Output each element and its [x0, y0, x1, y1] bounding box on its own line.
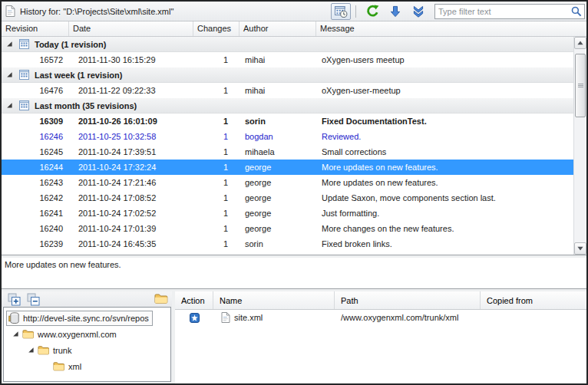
column-header-copied-from[interactable]: Copied from	[481, 291, 586, 309]
expanded-triangle-icon	[12, 331, 19, 337]
history-row[interactable]: 16241 2011-10-24 17:02:52 1 george Just …	[2, 206, 573, 221]
column-header-name[interactable]: Name	[213, 291, 335, 309]
history-row[interactable]: 16246 2011-10-25 10:32:58 1 bogdan Revie…	[2, 129, 573, 144]
date-cell: 2011-10-26 16:01:09	[69, 117, 193, 126]
date-cell: 2011-10-24 17:39:51	[69, 147, 193, 156]
message-cell: Update Saxon, move components section la…	[316, 193, 573, 202]
revision-cell: 16241	[2, 209, 69, 218]
history-row[interactable]: 16476 2011-11-22 09:22:33 1 mihai oXygen…	[2, 83, 573, 98]
author-cell: george	[239, 163, 316, 172]
scroll-up-button[interactable]	[574, 37, 586, 49]
column-header-author[interactable]: Author	[239, 21, 316, 36]
author-cell: george	[239, 193, 316, 202]
collapse-all-icon	[27, 293, 40, 306]
message-cell: More updates on new features.	[316, 163, 573, 172]
message-cell: Fixed DocumentationTest.	[316, 117, 573, 126]
date-cell: 2011-10-24 17:02:52	[69, 209, 193, 218]
scrollbar-thumb[interactable]	[575, 54, 586, 117]
message-cell: Small corrections	[316, 147, 573, 156]
group-label: Today (1 revision)	[35, 40, 106, 49]
group-by-date-toggle-button[interactable]	[331, 3, 351, 20]
date-cell: 2011-11-30 16:15:29	[69, 55, 193, 64]
tree-node-row[interactable]: trunk	[25, 342, 170, 358]
date-cell: 2011-10-24 17:01:39	[69, 224, 193, 233]
tree-node-label: www.oxygenxml.com	[38, 330, 117, 339]
message-cell: oXygen-users meetup	[316, 55, 573, 64]
history-table-header: Revision Date Changes Author Message	[2, 21, 586, 37]
expanded-triangle-icon[interactable]	[6, 71, 13, 78]
date-cell: 2011-10-24 16:45:35	[69, 239, 193, 248]
history-group-row[interactable]: Last month (35 revisions)	[2, 98, 573, 114]
calendar-clock-icon	[334, 5, 348, 18]
double-down-arrow-icon	[412, 5, 424, 18]
date-cell: 2011-10-24 17:08:52	[69, 193, 193, 202]
toolbar: History for: "D:\Projects\Site\xml\site.…	[2, 2, 586, 21]
scroll-down-button[interactable]	[574, 242, 586, 255]
message-cell: Fixed broken links.	[316, 239, 573, 248]
revision-cell: 16309	[2, 117, 69, 126]
author-cell: george	[239, 178, 316, 187]
message-cell: Just formatting.	[316, 209, 573, 218]
history-row[interactable]: 16239 2011-10-24 16:45:35 1 sorin Fixed …	[2, 236, 573, 252]
changes-table-header: Action Name Path Copied from	[175, 291, 586, 310]
revision-cell: 16245	[2, 147, 69, 156]
history-row[interactable]: 16572 2011-11-30 16:15:29 1 mihai oXygen…	[2, 52, 573, 67]
tree-node-row[interactable]: www.oxygenxml.com	[10, 326, 170, 342]
history-window: History for: "D:\Projects\Site\xml\site.…	[0, 0, 588, 385]
author-cell: mihai	[239, 55, 316, 64]
changed-paths-panel: Action Name Path Copied from site.xml /w…	[175, 291, 586, 383]
author-cell: george	[239, 209, 316, 218]
magnifier-icon	[571, 6, 582, 17]
tree-node-label: xml	[68, 362, 81, 371]
column-header-revision[interactable]: Revision	[2, 21, 69, 36]
revision-cell: 16242	[2, 193, 69, 202]
refresh-button[interactable]	[362, 3, 382, 20]
collapse-all-button[interactable]	[25, 292, 41, 306]
column-header-changes[interactable]: Changes	[193, 21, 239, 36]
history-row[interactable]: 16309 2011-10-26 16:01:09 1 sorin Fixed …	[2, 114, 573, 129]
history-group-row[interactable]: Today (1 revision)	[2, 37, 573, 52]
changes-cell: 1	[193, 224, 239, 233]
revision-cell: 16476	[2, 86, 69, 95]
repository-tree: http://devel-site.sync.ro/svn/repos www.…	[3, 307, 171, 382]
expanded-triangle-icon[interactable]	[6, 41, 13, 48]
expanded-triangle-icon[interactable]	[6, 102, 13, 109]
changes-cell: 1	[193, 209, 239, 218]
expand-all-button[interactable]	[6, 292, 21, 306]
action-cell	[175, 313, 213, 323]
folder-icon	[53, 361, 64, 371]
changes-cell: 1	[193, 132, 239, 141]
next-revision-button[interactable]	[385, 3, 405, 20]
changes-table-body: site.xml /www.oxygenxml.com/trunk/xml	[175, 310, 586, 325]
message-cell: oXygen-user-meetup	[316, 86, 573, 95]
column-header-date[interactable]: Date	[69, 21, 193, 36]
history-row[interactable]: 16243 2011-10-24 17:21:46 1 george More …	[2, 175, 573, 190]
file-name: site.xml	[234, 313, 263, 322]
changed-file-row[interactable]: site.xml /www.oxygenxml.com/trunk/xml	[175, 310, 586, 325]
column-header-message[interactable]: Message	[316, 21, 586, 36]
author-cell: mihai	[239, 86, 316, 95]
go-to-folder-button[interactable]	[154, 292, 168, 304]
last-revision-button[interactable]	[408, 3, 428, 20]
tree-root-row[interactable]: http://devel-site.sync.ro/svn/repos	[4, 310, 170, 326]
changes-cell: 1	[193, 239, 239, 248]
path-cell: /www.oxygenxml.com/trunk/xml	[335, 313, 481, 322]
calendar-group-icon	[19, 100, 29, 110]
expand-triangle-slot[interactable]	[10, 331, 22, 337]
history-group-row[interactable]: Last week (1 revision)	[2, 67, 573, 83]
filter-input[interactable]	[434, 4, 585, 19]
xml-file-icon	[221, 312, 230, 323]
column-header-path[interactable]: Path	[335, 291, 481, 309]
history-vertical-scrollbar[interactable]	[573, 37, 586, 255]
history-row[interactable]: 16245 2011-10-24 17:39:51 1 mihaela Smal…	[2, 144, 573, 160]
folder-icon	[22, 329, 34, 339]
column-header-action[interactable]: Action	[175, 291, 213, 309]
history-row[interactable]: 16244 2011-10-24 17:32:24 1 george More …	[2, 160, 573, 175]
message-cell: Reviewed.	[316, 132, 573, 141]
tree-node-row[interactable]: xml	[41, 358, 170, 374]
history-row[interactable]: 16240 2011-10-24 17:01:39 1 george More …	[2, 221, 573, 236]
history-row[interactable]: 16242 2011-10-24 17:08:52 1 george Updat…	[2, 190, 573, 206]
expanded-triangle-icon	[28, 347, 35, 354]
triangle-up-icon	[577, 41, 583, 45]
expand-triangle-slot[interactable]	[25, 347, 38, 354]
